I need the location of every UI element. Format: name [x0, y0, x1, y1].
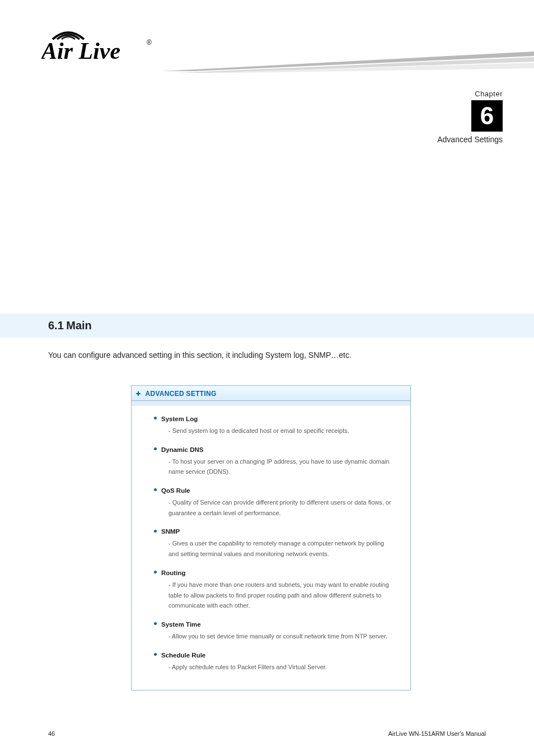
item-desc: - Apply schedule rules to Packet Filters… — [140, 660, 401, 673]
chapter-marker: Chapter — [437, 90, 503, 98]
chapter-number-block: 6 — [471, 100, 503, 132]
chapter-header: Chapter 6 Advanced Settings — [437, 90, 534, 144]
item-title-qos-rule[interactable]: QoS Rule — [161, 487, 190, 494]
bullet-icon — [154, 447, 157, 450]
footer-doc-title: AirLive WN-151ARM User's Manual — [388, 730, 486, 737]
panel-subbar — [132, 401, 410, 405]
list-item: System Log - Send system log to a dedica… — [140, 413, 401, 436]
item-title-schedule-rule[interactable]: Schedule Rule — [161, 652, 205, 659]
item-title-snmp[interactable]: SNMP — [161, 528, 180, 535]
svg-text:Air Live: Air Live — [41, 38, 120, 64]
svg-rect-6 — [138, 391, 139, 396]
bullet-icon — [154, 571, 157, 573]
list-item: System Time - Allow you to set device ti… — [140, 619, 401, 642]
bullet-icon — [154, 622, 157, 625]
section-heading-bar: 6.1 Main — [0, 314, 534, 338]
advanced-setting-panel: ADVANCED SETTING System Log - Send syste… — [131, 385, 411, 690]
panel-title-bar: ADVANCED SETTING — [132, 386, 410, 401]
list-item: Schedule Rule - Apply schedule rules to … — [140, 650, 401, 673]
item-desc: - If you have more than one routers and … — [140, 577, 401, 611]
chapter-title: Advanced Settings — [437, 135, 503, 144]
panel-body: System Log - Send system log to a dedica… — [132, 405, 410, 690]
item-desc: - Allow you to set device time manually … — [140, 629, 401, 642]
bullet-icon — [154, 653, 157, 656]
item-desc: - Send system log to a dedicated host or… — [140, 423, 401, 436]
page-footer: 46 AirLive WN-151ARM User's Manual — [0, 730, 534, 744]
bullet-icon — [154, 530, 157, 533]
page-number: 46 — [48, 730, 55, 737]
bullet-icon — [154, 417, 157, 419]
bullet-icon — [154, 488, 157, 491]
panel-title-icon — [136, 388, 140, 393]
panel-title-text: ADVANCED SETTING — [145, 390, 216, 398]
page-header: Air Live ® — [0, 0, 534, 73]
airlive-logo: Air Live ® — [41, 28, 153, 64]
item-desc: - Quality of Service can provide differe… — [140, 495, 401, 518]
list-item: Routing - If you have more than one rout… — [140, 567, 401, 611]
item-desc: - To host your server on a changing IP a… — [140, 454, 401, 477]
item-title-system-log[interactable]: System Log — [161, 416, 198, 422]
svg-text:®: ® — [147, 39, 152, 46]
section-name: Main — [66, 319, 92, 332]
section-intro-text: You can configure advanced setting in th… — [48, 349, 486, 361]
header-swoosh-decor — [157, 52, 534, 73]
item-title-routing[interactable]: Routing — [161, 570, 185, 576]
item-title-system-time[interactable]: System Time — [161, 621, 201, 628]
section-number: 6.1 — [48, 319, 64, 332]
item-desc: - Gives a user the capability to remotel… — [140, 536, 401, 559]
list-item: SNMP - Gives a user the capability to re… — [140, 526, 401, 559]
list-item: QoS Rule - Quality of Service can provid… — [140, 485, 401, 518]
item-title-dynamic-dns[interactable]: Dynamic DNS — [161, 446, 203, 453]
list-item: Dynamic DNS - To host your server on a c… — [140, 444, 401, 477]
